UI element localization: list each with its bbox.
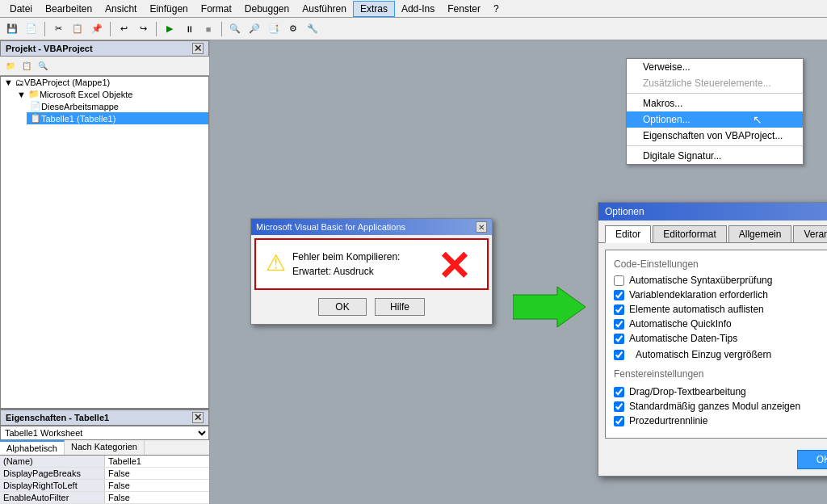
- toolbar-b2[interactable]: 🔎: [246, 20, 263, 38]
- prop-value-2: False: [105, 480, 210, 492]
- cb-autolist-label: Elemente automatisch auflisten: [629, 304, 764, 315]
- toolbar-copy[interactable]: 📋: [69, 20, 86, 38]
- cb-dragdrop[interactable]: [614, 387, 624, 397]
- project-panel-close[interactable]: ✕: [192, 43, 204, 54]
- menu-addins[interactable]: Add-Ins: [395, 2, 441, 16]
- toolbar-run[interactable]: ▶: [161, 20, 178, 38]
- toolbar-redo[interactable]: ↪: [134, 20, 152, 38]
- options-dialog-title: Optionen: [605, 206, 644, 217]
- menu-item-steuerelemente[interactable]: Zusätzliche Steuerelemente...: [627, 75, 803, 91]
- tree-item-tabelle1[interactable]: 📋 Tabelle1 (Tabelle1): [27, 112, 208, 124]
- menu-ausfuehren[interactable]: Ausführen: [296, 2, 353, 16]
- props-tab-categories[interactable]: Nach Kategorien: [65, 440, 145, 455]
- menu-item-optionen[interactable]: Optionen... ↖: [627, 111, 803, 128]
- tree-item-excel-objects[interactable]: ▼ 📁 Microsoft Excel Objekte: [14, 88, 208, 100]
- toolbar: 💾 📄 ✂ 📋 📌 ↩ ↪ ▶ ⏸ ■ 🔍 🔎 📑 ⚙ 🔧: [0, 18, 827, 40]
- cb-vardecl[interactable]: [614, 290, 624, 300]
- menu-datei[interactable]: Datei: [3, 2, 39, 16]
- menu-item-optionen-label: Optionen...: [643, 114, 691, 125]
- project-tb-folder[interactable]: 📁: [2, 58, 19, 74]
- cb-procline[interactable]: [614, 416, 624, 426]
- project-tb-toggle[interactable]: 🔍: [35, 58, 51, 74]
- toolbar-undo[interactable]: ↩: [115, 20, 132, 38]
- tree-icon-folder2: 📁: [28, 89, 40, 99]
- props-table: (Name) Tabelle1 DisplayPageBreaks False …: [0, 456, 209, 504]
- toolbar-stop[interactable]: ■: [199, 20, 217, 38]
- cb-row-quickinfo: Automatische QuickInfo: [614, 318, 827, 330]
- error-dialog-buttons: OK Hilfe: [251, 293, 492, 324]
- options-tab-editorformat[interactable]: Editorformat: [653, 225, 726, 242]
- toolbar-save[interactable]: 💾: [3, 20, 21, 38]
- arrow-container: [513, 283, 586, 334]
- options-tab-verankern[interactable]: Verankern: [793, 225, 827, 242]
- cb-procline-label: Prozedurtrennlinie: [629, 415, 707, 426]
- menu-separator-2: [627, 145, 803, 146]
- section-window-label: Fenstereinstellungen: [614, 368, 827, 380]
- menu-fenster[interactable]: Fenster: [441, 2, 487, 16]
- options-footer: OK Abbrechen Hilfe: [598, 445, 827, 476]
- tree-icon-sheet: 📋: [30, 113, 41, 124]
- cb-quickinfo[interactable]: [614, 319, 624, 330]
- props-tab-alphabetical[interactable]: Alphabetisch: [0, 440, 65, 455]
- toolbar-b4[interactable]: ⚙: [284, 20, 302, 38]
- warning-icon: ⚠: [266, 250, 286, 276]
- section-code-label: Code-Einstellungen: [614, 258, 827, 270]
- cb-vardecl-label: Variablendeklaration erforderlich: [629, 289, 768, 300]
- menu-bearbeiten[interactable]: Bearbeiten: [39, 2, 99, 16]
- toolbar-paste[interactable]: 📌: [88, 20, 106, 38]
- cursor-icon: ↖: [753, 113, 762, 126]
- project-tb-props[interactable]: 📋: [19, 58, 35, 74]
- right-area: Verweise... Zusätzliche Steuerelemente..…: [210, 40, 827, 504]
- cb-row-vardecl: Variablendeklaration erforderlich: [614, 289, 827, 300]
- menu-help[interactable]: ?: [487, 2, 506, 16]
- props-tabs: Alphabetisch Nach Kategorien: [0, 440, 209, 456]
- tree-label-vbaproject: VBAProject (Mappe1): [24, 78, 110, 87]
- tree-item-thisworkbook[interactable]: 📄 DieseArbeitsmappe: [27, 100, 208, 112]
- toolbar-file[interactable]: 📄: [23, 20, 40, 38]
- tree-label-excel-objects: Microsoft Excel Objekte: [40, 90, 133, 99]
- prop-value-3: False: [105, 492, 210, 504]
- svg-marker-0: [513, 287, 586, 327]
- toolbar-b3[interactable]: 📑: [265, 20, 283, 38]
- project-panel-toolbar: 📁 📋 🔍: [0, 57, 209, 76]
- cb-row-fullmodule: Standardmäßig ganzes Modul anzeigen: [614, 401, 827, 412]
- error-dialog-close[interactable]: ✕: [476, 221, 487, 233]
- menu-format[interactable]: Format: [195, 2, 238, 16]
- cb-autoindent[interactable]: [614, 350, 624, 360]
- cb-syntaxcheck[interactable]: [614, 275, 624, 286]
- toolbar-sep2: [110, 22, 111, 36]
- cb-row-datatips: Automatische Daten-Tips: [614, 333, 827, 344]
- props-object-select[interactable]: Tabelle1 Worksheet: [0, 426, 209, 440]
- prop-name-2: DisplayRightToLeft: [0, 480, 105, 492]
- options-tab-editor[interactable]: Editor: [605, 225, 651, 243]
- cb-fullmodule[interactable]: [614, 401, 624, 412]
- error-ok-button[interactable]: OK: [318, 298, 367, 316]
- prop-name-0: (Name): [0, 456, 105, 468]
- options-tab-allgemein[interactable]: Allgemein: [728, 225, 792, 242]
- toolbar-b1[interactable]: 🔍: [226, 20, 244, 38]
- toolbar-sep3: [156, 22, 157, 36]
- menu-item-verweise[interactable]: Verweise...: [627, 59, 803, 75]
- menu-item-signatur[interactable]: Digitale Signatur...: [627, 148, 803, 164]
- menu-ansicht[interactable]: Ansicht: [99, 2, 143, 16]
- menu-item-makros[interactable]: Makros...: [627, 95, 803, 111]
- cb-autolist[interactable]: [614, 304, 624, 315]
- main-area: Projekt - VBAProject ✕ 📁 📋 🔍 ▼ 🗂 VBAProj…: [0, 40, 827, 504]
- cb-syntaxcheck-label: Automatische Syntaxüberprüfung: [629, 275, 772, 286]
- cb-datatips[interactable]: [614, 334, 624, 344]
- toolbar-pause[interactable]: ⏸: [180, 20, 198, 38]
- menu-item-eigenschaften[interactable]: Eigenschaften von VBAProject...: [627, 128, 803, 144]
- menu-debuggen[interactable]: Debuggen: [238, 2, 296, 16]
- prop-value-1: False: [105, 468, 210, 480]
- toolbar-b5[interactable]: 🔧: [304, 20, 321, 38]
- tree-item-vbaproject[interactable]: ▼ 🗂 VBAProject (Mappe1): [1, 77, 208, 88]
- menu-extras[interactable]: Extras: [353, 1, 395, 17]
- properties-panel: Eigenschaften - Tabelle1 ✕ Tabelle1 Work…: [0, 409, 209, 504]
- toolbar-cut[interactable]: ✂: [49, 20, 67, 38]
- error-hilfe-button[interactable]: Hilfe: [375, 298, 425, 316]
- props-panel-close[interactable]: ✕: [192, 412, 204, 423]
- tree-label-thisworkbook: DieseArbeitsmappe: [41, 102, 119, 111]
- menu-einfuegen[interactable]: Einfügen: [143, 2, 194, 16]
- options-ok-button[interactable]: OK: [797, 450, 827, 469]
- tree-label-tabelle1: Tabelle1 (Tabelle1): [41, 114, 115, 124]
